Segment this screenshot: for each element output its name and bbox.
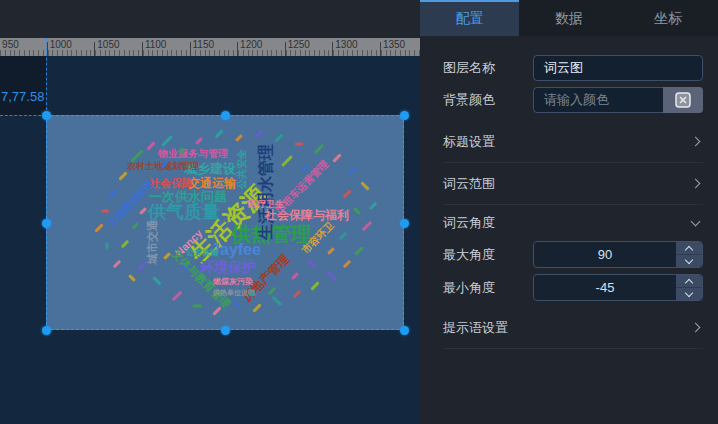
wordcloud-small-word-mark xyxy=(131,222,138,229)
wordcloud-word: 燃煤灰污染 xyxy=(213,278,253,286)
ruler-major-tick xyxy=(237,42,238,56)
layer-name-row: 图层名称 词云图 xyxy=(443,55,703,81)
wordcloud-small-word-mark xyxy=(307,259,316,268)
wordcloud-small-word-mark xyxy=(272,296,283,307)
color-picker-icon xyxy=(675,92,691,108)
wordcloud-small-word-mark xyxy=(152,276,161,285)
min-angle-decrement-button[interactable] xyxy=(676,287,702,300)
background-color-input[interactable]: 请输入颜色 xyxy=(533,87,703,113)
background-color-label: 背景颜色 xyxy=(443,91,533,109)
selection-resize-handle[interactable] xyxy=(42,219,51,228)
wordcloud-word: Jayfee xyxy=(211,242,261,258)
wordcloud-small-word-mark xyxy=(121,240,129,248)
wordcloud-small-word-mark xyxy=(281,155,293,167)
min-angle-row: 最小角度 -45 xyxy=(443,274,703,301)
wordcloud-small-word-mark xyxy=(268,287,276,295)
wordcloud-small-word-mark xyxy=(233,300,241,308)
selection-resize-handle[interactable] xyxy=(221,326,230,335)
design-canvas[interactable]: 7,77.58 生活资源供热管理供气质量生活用水管理一次供水问题Jayfee环境… xyxy=(0,56,420,424)
max-angle-spinner xyxy=(676,242,702,267)
ruler-tick-label: 1250 xyxy=(288,39,310,50)
wordcloud-small-word-mark xyxy=(295,143,303,146)
wordcloud-small-word-mark xyxy=(214,129,223,138)
wordcloud-small-word-mark xyxy=(252,303,261,312)
chevron-down-icon xyxy=(685,255,693,263)
section-wordcloud-angle[interactable]: 词云角度 xyxy=(443,205,703,241)
wordcloud-word: 公共设施 xyxy=(186,249,218,257)
selection-resize-handle[interactable] xyxy=(221,111,230,120)
ruler-tick-label: 1300 xyxy=(335,39,357,50)
ruler-major-tick xyxy=(332,42,333,56)
max-angle-decrement-button[interactable] xyxy=(676,254,702,267)
wordcloud-small-word-mark xyxy=(106,243,109,250)
ruler-tick-label: 1100 xyxy=(145,39,167,50)
tab-data[interactable]: 数据 xyxy=(519,0,618,36)
ruler-major-tick xyxy=(285,42,286,56)
min-angle-input[interactable]: -45 xyxy=(533,274,703,301)
chevron-right-icon xyxy=(691,323,701,333)
chevron-down-icon xyxy=(691,217,701,227)
wordcloud-small-word-mark xyxy=(327,271,338,282)
wordcloud-word: 社会保障 xyxy=(149,178,193,189)
wordcloud-word: 环境保护 xyxy=(200,260,256,274)
max-angle-input[interactable]: 90 xyxy=(533,241,703,268)
section-tooltip-settings[interactable]: 提示语设置 xyxy=(443,307,703,349)
wordcloud-small-word-mark xyxy=(161,135,173,147)
wordcloud-small-word-mark xyxy=(274,133,283,142)
wordcloud-small-word-mark xyxy=(139,207,147,215)
layer-name-value: 词云图 xyxy=(544,59,583,77)
ruler-tick-label: 1350 xyxy=(383,39,405,50)
horizontal-guide-line xyxy=(0,115,46,116)
ruler-tick-label: 1150 xyxy=(193,39,215,50)
horizontal-ruler: 95010001050110011501200125013001350 xyxy=(0,38,420,56)
max-angle-increment-button[interactable] xyxy=(676,242,702,254)
tab-config[interactable]: 配置 xyxy=(420,0,519,36)
wordcloud-widget[interactable]: 生活资源供热管理供气质量生活用水管理一次供水问题Jayfee环境保护社会保障与福… xyxy=(46,115,404,330)
wordcloud-small-word-mark xyxy=(354,246,363,255)
min-angle-increment-button[interactable] xyxy=(676,275,702,287)
wordcloud-small-word-mark xyxy=(212,306,221,315)
section-title-settings-label: 标题设置 xyxy=(443,133,495,151)
selection-resize-handle[interactable] xyxy=(42,326,51,335)
selection-resize-handle[interactable] xyxy=(400,219,409,228)
ruler-major-tick xyxy=(142,42,143,56)
wordcloud-word: 医疗卫生 xyxy=(248,200,284,209)
layer-name-input[interactable]: 词云图 xyxy=(533,55,703,81)
max-angle-row: 最大角度 90 xyxy=(443,241,703,268)
panel-tabbar: 配置 数据 坐标 xyxy=(420,0,718,36)
wordcloud-small-word-mark xyxy=(108,189,119,200)
vertical-guide-line xyxy=(46,38,47,115)
wordcloud-word: 公共安全 xyxy=(237,149,247,189)
section-title-settings[interactable]: 标题设置 xyxy=(443,121,703,163)
tab-coordinate[interactable]: 坐标 xyxy=(619,0,718,36)
wordcloud-small-word-mark xyxy=(362,221,373,232)
wordcloud-small-word-mark xyxy=(249,293,256,296)
selection-resize-handle[interactable] xyxy=(400,326,409,335)
ruler-tick-label: 1200 xyxy=(240,39,262,50)
ruler-tick-label: 950 xyxy=(2,39,19,50)
background-color-placeholder: 请输入颜色 xyxy=(544,91,609,109)
canvas-area: 95010001050110011501200125013001350 7,77… xyxy=(0,0,420,424)
wordcloud-small-word-mark xyxy=(360,181,369,190)
color-picker-button[interactable] xyxy=(663,87,703,113)
min-angle-spinner xyxy=(676,275,702,300)
selection-resize-handle[interactable] xyxy=(400,111,409,120)
wordcloud-small-word-mark xyxy=(332,153,341,162)
selection-resize-handle[interactable] xyxy=(42,111,51,120)
ruler-tick-label: 1050 xyxy=(97,39,119,50)
wordcloud-word: 供气质量 xyxy=(148,203,220,221)
wordcloud-editor-app: 95010001050110011501200125013001350 7,77… xyxy=(0,0,718,424)
wordcloud-small-word-mark xyxy=(181,148,184,155)
wordcloud-small-word-mark xyxy=(293,290,301,298)
wordcloud-small-word-mark xyxy=(310,281,319,290)
max-angle-label: 最大角度 xyxy=(443,246,533,264)
settings-panel: 配置 数据 坐标 图层名称 词云图 背景颜色 请输入颜色 xyxy=(420,0,718,424)
section-wordcloud-angle-label: 词云角度 xyxy=(443,214,495,232)
section-wordcloud-range[interactable]: 词云范围 xyxy=(443,163,703,205)
chevron-up-icon xyxy=(685,245,693,253)
wordcloud-word: 生活用水管理 xyxy=(258,144,274,240)
wordcloud-small-word-mark xyxy=(113,260,121,268)
wordcloud-small-word-mark xyxy=(235,134,243,142)
wordcloud-small-word-mark xyxy=(172,291,183,302)
wordcloud-small-word-mark xyxy=(339,232,347,240)
